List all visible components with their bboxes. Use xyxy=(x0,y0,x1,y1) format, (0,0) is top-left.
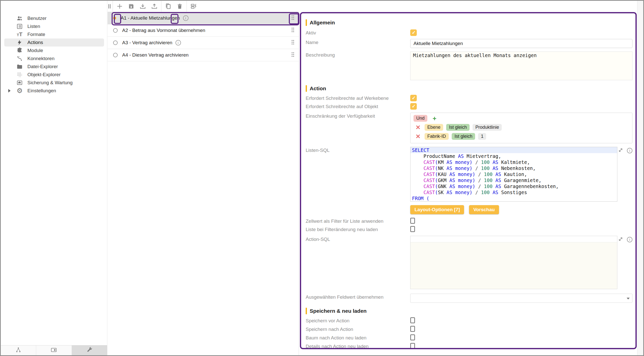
sidebar-item-sicherung-wartung[interactable]: Sicherung & Wartung xyxy=(4,79,104,87)
add-condition-icon[interactable] xyxy=(433,116,436,121)
radio-icon[interactable] xyxy=(113,40,118,45)
sidebar-item-einstellungen[interactable]: ⚙ Einstellungen xyxy=(4,87,104,95)
list-item-a2[interactable]: A2 - Betrag aus Vormonat übernehmen xyxy=(108,24,299,37)
info-icon[interactable] xyxy=(183,15,189,21)
beschreibung-textarea[interactable]: Mietzahlungen des aktuellen Monats anzei… xyxy=(410,52,632,80)
field-row-objekt: Erfordert Schreibrechte auf Objekt xyxy=(306,103,632,110)
list-item-label: A2 - Betrag aus Vormonat übernehmen xyxy=(122,28,205,33)
drag-handle-icon[interactable] xyxy=(108,3,111,9)
expand-icon[interactable] xyxy=(618,236,623,243)
sidebar-item-objekt-explorer[interactable]: Objekt-Explorer xyxy=(4,71,104,79)
name-input[interactable] xyxy=(410,39,632,48)
filter-field-chip[interactable]: Ebene xyxy=(425,124,443,131)
radio-icon[interactable] xyxy=(113,28,118,33)
filter-field-chip[interactable]: Fabrik-ID xyxy=(425,133,449,140)
filter-operator-chip[interactable]: Ist gleich xyxy=(446,124,470,131)
field-row-beschreibung: Beschreibung Mietzahlungen des aktuellen… xyxy=(306,52,632,81)
section-title: Allgemein xyxy=(310,20,335,26)
layout-optionen-button[interactable]: Layout-Optionen [7] xyxy=(410,205,464,214)
sidebar-item-benutzer[interactable]: Benutzer xyxy=(4,14,104,22)
zellwert-checkbox[interactable] xyxy=(410,218,415,224)
sidebar-item-datei-explorer[interactable]: Datei-Explorer xyxy=(4,63,104,71)
filter-value-chip[interactable]: 1 xyxy=(478,133,486,140)
list-item-a1[interactable]: A1 - Aktuelle Mietzahlungen xyxy=(108,12,299,24)
field-row-speichern-nach: Speichern nach Action xyxy=(306,326,632,332)
drag-grip-icon[interactable] xyxy=(291,52,295,59)
action-list: A1 - Aktuelle Mietzahlungen A2 - Betrag … xyxy=(108,12,299,355)
aktiv-checkbox[interactable] xyxy=(410,29,417,36)
section-header-action: Action xyxy=(306,85,632,92)
vorschau-button[interactable]: Vorschau xyxy=(469,205,499,214)
baum-neu-laden-checkbox[interactable] xyxy=(410,334,415,340)
delete-button[interactable] xyxy=(174,1,186,12)
speichern-vor-checkbox[interactable] xyxy=(410,317,415,323)
sidebar-item-label: Benutzer xyxy=(27,16,47,21)
field-row-speichern-vor: Speichern vor Action xyxy=(306,317,632,324)
sidebar-item-konnektoren[interactable]: Konnektoren xyxy=(4,55,104,63)
filter-operator-chip[interactable]: Ist gleich xyxy=(452,133,475,140)
action-sql-editor-area[interactable] xyxy=(410,242,617,289)
tab-tree[interactable] xyxy=(1,345,36,355)
list-item-a3[interactable]: A3 - Vertrag archivieren xyxy=(108,37,299,49)
field-row-aktiv: Aktiv xyxy=(306,29,632,36)
field-label: Details nach Action neu laden xyxy=(306,343,410,349)
batch-actions-button[interactable] xyxy=(188,1,199,12)
sidebar-nav: Benutzer Listen TT Formate Actions xyxy=(4,14,104,95)
section-accent-bar xyxy=(306,85,307,92)
toolbar-separator xyxy=(161,1,161,12)
field-row-details-neu-laden: Details nach Action neu laden xyxy=(306,343,632,349)
field-row-filteraenderung: Liste bei Filteränderung neu laden xyxy=(306,226,632,232)
field-label: Zellwert als Filter für Liste anwenden xyxy=(306,218,410,224)
drag-grip-icon[interactable] xyxy=(291,39,295,47)
speichern-nach-checkbox[interactable] xyxy=(410,326,415,332)
sidebar-item-module[interactable]: Module xyxy=(4,47,104,55)
expand-caret-icon[interactable] xyxy=(8,89,11,93)
info-icon[interactable] xyxy=(627,237,632,242)
feldwert-select[interactable] xyxy=(410,294,632,303)
filter-value-chip[interactable]: Produktlinie xyxy=(473,124,502,131)
details-neu-laden-checkbox[interactable] xyxy=(410,343,415,349)
radio-icon[interactable] xyxy=(113,53,118,57)
section-header-allgemein: Allgemein xyxy=(306,19,632,26)
field-label: Action-SQL xyxy=(306,236,410,242)
remove-condition-icon[interactable] xyxy=(416,125,421,130)
radio-selected-icon[interactable] xyxy=(113,17,116,20)
sidebar-item-actions[interactable]: Actions xyxy=(4,38,104,47)
add-button[interactable] xyxy=(114,1,125,12)
filter-group-chip[interactable]: Und xyxy=(413,115,427,122)
typography-icon: TT xyxy=(16,31,23,38)
list-item-a4[interactable]: A4 - Diesen Vertrag archivieren xyxy=(108,49,299,61)
action-sql-code[interactable] xyxy=(410,236,617,289)
upload-button[interactable] xyxy=(149,1,160,12)
save-button[interactable] xyxy=(125,1,137,12)
bolt-icon xyxy=(16,39,23,46)
werkebene-checkbox[interactable] xyxy=(410,95,417,101)
field-row-listen-sql: Listen-SQL SELECT ProductName AS Mietver… xyxy=(306,147,632,202)
tab-wrench[interactable] xyxy=(72,345,107,355)
duplicate-button[interactable] xyxy=(162,1,174,12)
listen-sql-code[interactable]: SELECT ProductName AS Mietvertrag, CAST(… xyxy=(410,147,617,202)
objekt-checkbox[interactable] xyxy=(410,103,417,110)
field-label: Name xyxy=(306,39,410,45)
sidebar-item-listen[interactable]: Listen xyxy=(4,22,104,30)
sidebar-item-label: Listen xyxy=(27,24,40,29)
puzzle-icon xyxy=(16,47,23,54)
filteraenderung-checkbox[interactable] xyxy=(410,226,415,232)
drag-grip-icon[interactable] xyxy=(291,27,295,34)
info-icon[interactable] xyxy=(627,148,632,153)
download-button[interactable] xyxy=(137,1,149,12)
sidebar-item-label: Sicherung & Wartung xyxy=(27,80,73,85)
expand-icon[interactable] xyxy=(618,147,623,154)
field-label xyxy=(306,205,410,206)
info-icon[interactable] xyxy=(175,40,181,46)
field-label: Listen-SQL xyxy=(306,147,410,153)
toolbar-separator xyxy=(113,1,113,12)
remove-condition-icon[interactable] xyxy=(416,134,421,139)
drag-grip-icon[interactable] xyxy=(291,15,295,22)
scrollbar[interactable] xyxy=(637,1,643,355)
app-window: Benutzer Listen TT Formate Actions xyxy=(0,0,644,356)
sidebar-item-formate[interactable]: TT Formate xyxy=(4,30,104,38)
tab-layout[interactable] xyxy=(36,345,72,355)
filter-rule: Fabrik-ID Ist gleich 1 xyxy=(413,133,629,140)
filter-rule: Ebene Ist gleich Produktlinie xyxy=(413,124,629,131)
